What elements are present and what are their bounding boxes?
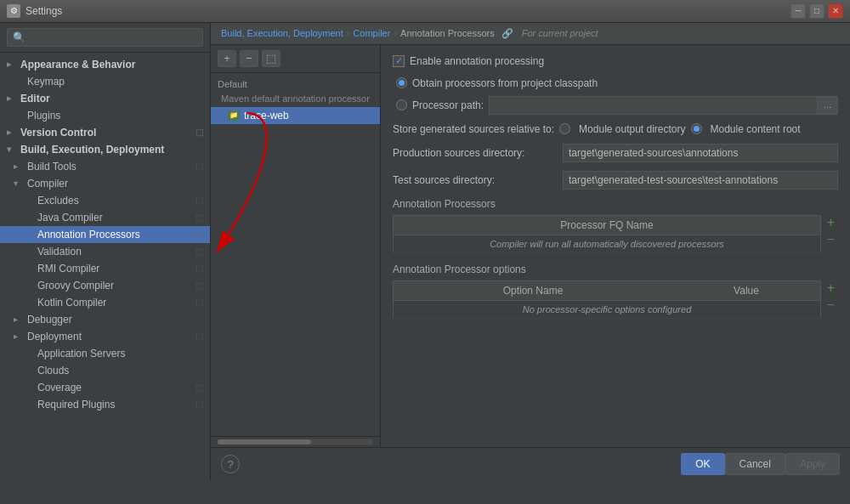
test-sources-input[interactable]: [563, 171, 838, 190]
processor-path-input[interactable]: [489, 96, 818, 115]
copy-icon: ⬚: [196, 161, 203, 171]
processor-options-table-container: Option Name Value No processor-specific …: [393, 280, 821, 319]
sidebar-item-label: Groovy Compiler: [37, 280, 114, 292]
module-list: + − ⬚ Default Maven default annotation p…: [211, 45, 381, 447]
content-area: Build, Execution, Deployment › Compiler …: [211, 23, 850, 480]
module-output-label: Module output directory: [579, 123, 685, 135]
module-output-option[interactable]: Module output directory: [559, 123, 685, 135]
module-content-label: Module content root: [711, 123, 801, 135]
sidebar-item-compiler[interactable]: Compiler: [0, 175, 210, 192]
add-module-button[interactable]: +: [218, 50, 236, 67]
arrow-icon: [14, 161, 24, 171]
sidebar-item-editor[interactable]: Editor: [0, 90, 210, 107]
module-content-radio[interactable]: [691, 123, 702, 134]
enable-annotation-checkbox[interactable]: ✓: [393, 55, 405, 67]
sidebar-item-plugins[interactable]: Plugins: [0, 107, 210, 124]
annotation-processors-empty: Compiler will run all automatically disc…: [394, 235, 821, 252]
sidebar-item-app-servers[interactable]: Application Servers: [0, 345, 210, 362]
module-toolbar: + − ⬚: [211, 45, 380, 73]
module-content-option[interactable]: Module content root: [691, 123, 801, 135]
sidebar-item-label: Required Plugins: [37, 399, 115, 411]
module-output-radio[interactable]: [559, 123, 570, 134]
copy-icon: ⬚: [196, 331, 203, 341]
sidebar-item-label: Excludes: [37, 195, 79, 207]
sidebar-item-excludes[interactable]: Excludes ⬚: [0, 192, 210, 209]
settings-right: ✓ Enable annotation processing Obtain pr…: [381, 45, 850, 447]
copy-module-button[interactable]: ⬚: [262, 50, 280, 67]
sidebar-item-required-plugins[interactable]: Required Plugins ⬚: [0, 396, 210, 413]
arrow-icon: [7, 93, 17, 103]
search-input[interactable]: [7, 28, 203, 47]
settings-panel: + − ⬚ Default Maven default annotation p…: [211, 45, 850, 447]
remove-processor-button[interactable]: −: [827, 232, 835, 247]
remove-module-button[interactable]: −: [240, 50, 258, 67]
sidebar-item-validation[interactable]: Validation ⬚: [0, 243, 210, 260]
sidebar-tree: Appearance & Behavior Keymap Editor Plug…: [0, 53, 210, 480]
copy-icon: ⬚: [196, 212, 203, 222]
sidebar-item-coverage[interactable]: Coverage ⬚: [0, 379, 210, 396]
processor-path-row: Processor path: …: [396, 96, 838, 115]
arrow-icon: [7, 127, 17, 137]
sidebar-item-deployment[interactable]: Deployment ⬚: [0, 328, 210, 345]
remove-option-button[interactable]: −: [827, 297, 835, 313]
arrow-icon: [14, 178, 24, 188]
copy-icon: ⬚: [196, 246, 203, 256]
module-group-label: Default: [211, 76, 380, 92]
option-name-header: Option Name: [394, 280, 673, 300]
sidebar-item-kotlin-compiler[interactable]: Kotlin Compiler ⬚: [0, 294, 210, 311]
app-icon: ⚙: [7, 4, 20, 18]
sidebar-item-label: Validation: [37, 246, 82, 258]
copy-icon: ⬚: [196, 195, 203, 205]
add-processor-button[interactable]: +: [827, 215, 835, 230]
processor-path-browse[interactable]: …: [818, 96, 838, 115]
sidebar-item-label: Java Compiler: [37, 212, 103, 224]
sidebar-item-label: Build, Execution, Deployment: [20, 144, 164, 156]
sidebar-item-annotation-processors[interactable]: Annotation Processors ⬚: [0, 226, 210, 243]
sidebar-item-version-control[interactable]: Version Control ⬚: [0, 124, 210, 141]
arrow-icon: [14, 314, 24, 324]
cancel-button[interactable]: Cancel: [725, 453, 785, 475]
breadcrumb: Build, Execution, Deployment › Compiler …: [211, 23, 850, 45]
sidebar-item-keymap[interactable]: Keymap: [0, 73, 210, 90]
maximize-button[interactable]: □: [809, 3, 824, 19]
breadcrumb-build[interactable]: Build, Execution, Deployment: [221, 28, 343, 38]
sidebar-item-label: Keymap: [27, 76, 65, 88]
sidebar-item-build-tools[interactable]: Build Tools ⬚: [0, 158, 210, 175]
help-button[interactable]: ?: [221, 455, 240, 473]
test-sources-label: Test sources directory:: [393, 174, 563, 186]
test-sources-row: Test sources directory:: [393, 171, 838, 190]
breadcrumb-sep1: ›: [347, 28, 350, 38]
sidebar-item-java-compiler[interactable]: Java Compiler ⬚: [0, 209, 210, 226]
sidebar-item-label: Deployment: [27, 331, 82, 343]
store-generated-label: Store generated sources relative to:: [393, 123, 554, 135]
apply-button[interactable]: Apply: [785, 453, 840, 475]
scrollbar-thumb: [218, 439, 311, 445]
module-item-trace-web[interactable]: 📁 trace-web: [211, 107, 380, 124]
ok-button[interactable]: OK: [681, 453, 724, 475]
sidebar-item-label: Plugins: [27, 110, 60, 122]
sidebar-item-label: Clouds: [37, 365, 69, 377]
breadcrumb-current: Annotation Processors: [400, 28, 495, 38]
sidebar-item-build[interactable]: Build, Execution, Deployment: [0, 141, 210, 158]
production-sources-row: Production sources directory:: [393, 144, 838, 162]
minimize-button[interactable]: ─: [790, 3, 806, 19]
breadcrumb-scope: For current project: [522, 28, 598, 38]
production-sources-input[interactable]: [563, 144, 838, 162]
obtain-processors-radio[interactable]: [396, 77, 407, 88]
copy-icon: ⬚: [196, 297, 203, 307]
module-scrollbar[interactable]: [211, 436, 380, 447]
sidebar-item-rmi-compiler[interactable]: RMI Compiler ⬚: [0, 260, 210, 277]
sidebar-item-label: Build Tools: [27, 161, 76, 173]
copy-icon: ⬚: [196, 127, 203, 137]
breadcrumb-sep2: ›: [394, 28, 397, 38]
settings-footer: ? OK Cancel Apply: [211, 447, 850, 480]
close-button[interactable]: ✕: [828, 3, 843, 19]
breadcrumb-compiler[interactable]: Compiler: [353, 28, 390, 38]
sidebar-item-groovy-compiler[interactable]: Groovy Compiler ⬚: [0, 277, 210, 294]
sidebar-item-clouds[interactable]: Clouds: [0, 362, 210, 379]
sidebar-item-appearance[interactable]: Appearance & Behavior: [0, 56, 210, 73]
processor-path-radio[interactable]: [396, 99, 407, 110]
add-option-button[interactable]: +: [827, 280, 835, 296]
sidebar-item-debugger[interactable]: Debugger: [0, 311, 210, 328]
sidebar-item-label: Application Servers: [37, 348, 125, 360]
